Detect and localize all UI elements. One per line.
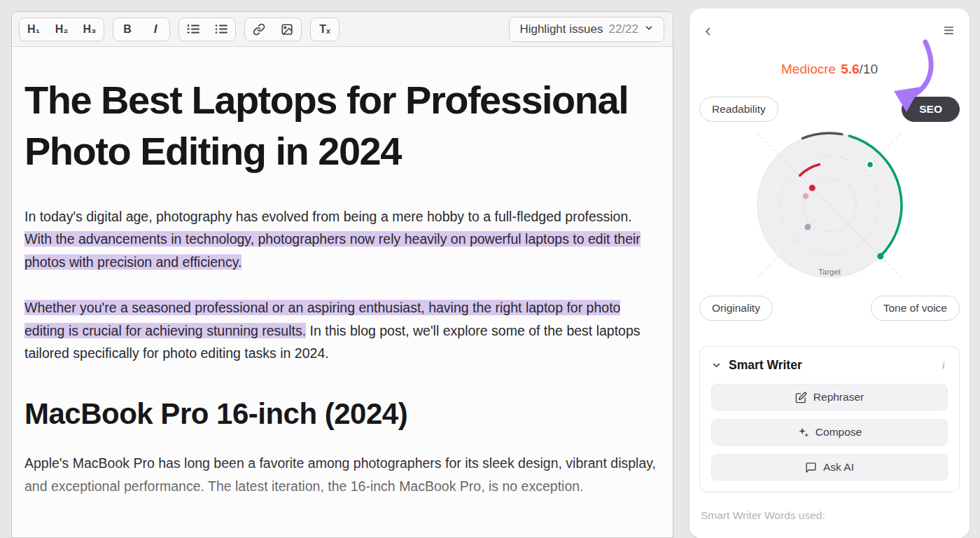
clear-formatting-button[interactable]: Tₓ [311,18,339,41]
link-button[interactable] [245,18,273,41]
ask-ai-label: Ask AI [823,461,854,474]
top-metric-pills: Readability SEO [690,97,969,122]
hamburger-menu-icon[interactable]: ≡ [944,21,954,39]
highlight-issues-label: Highlight issues [519,22,603,36]
document-body[interactable]: The Best Laptops for Professional Photo … [12,47,673,498]
overall-score: Mediocre5.6/10 [690,62,969,77]
link-icon [253,23,265,36]
edit-pencil-icon [795,392,807,404]
ask-ai-button[interactable]: Ask AI [711,454,948,481]
editor-toolbar: H₁ H₂ H₃ B I [12,12,673,47]
ordered-list-icon [187,24,200,34]
tone-score-dot [877,253,883,259]
paragraph-3: Apple's MacBook Pro has long been a favo… [24,452,657,498]
collapse-chevron-icon[interactable] [711,360,722,371]
paragraph-1: In today's digital age, photography has … [24,205,657,274]
h3-button[interactable]: H₃ [76,18,104,41]
ordered-list-button[interactable] [179,18,207,41]
rephraser-button[interactable]: Rephraser [711,384,948,411]
compose-button[interactable]: Compose [711,419,948,446]
document-heading-2: MacBook Pro 16-inch (2024) [24,397,657,431]
format-buttons-group: B I [113,18,170,41]
radar-gauge-chart: Target [742,126,917,294]
smart-writer-words-used: Smart Writer Words used: [701,509,958,522]
readability-score-dot [809,185,816,191]
bullet-list-icon [215,24,227,34]
score-rating-label: Mediocre [781,62,836,76]
seo-pill[interactable]: SEO [902,97,960,122]
smart-writer-title: Smart Writer [729,358,802,373]
heading-buttons-group: H₁ H₂ H₃ [19,18,104,41]
italic-button[interactable]: I [141,18,169,41]
tone-of-voice-pill[interactable]: Tone of voice [871,296,960,321]
paragraph-1-highlighted-text[interactable]: With the advancements in technology, pho… [24,231,640,270]
score-value: 5.6 [841,62,859,76]
gauge-target-label: Target [818,268,841,276]
panel-header: ‹ ≡ [690,8,969,41]
readability-score-dot-faded [803,193,808,199]
score-max: /10 [860,62,878,76]
rephraser-label: Rephraser [813,391,864,404]
smart-writer-buttons: Rephraser Compose [711,384,948,481]
sparkles-icon [797,427,809,439]
readability-pill[interactable]: Readability [699,97,778,122]
bold-button[interactable]: B [113,18,141,41]
smart-writer-card: Smart Writer i Rephraser [699,346,960,492]
score-gauge: Target [690,126,969,294]
chevron-down-icon [644,23,654,36]
highlight-issues-dropdown[interactable]: Highlight issues 22/22 [509,17,664,42]
text-editor: H₁ H₂ H₃ B I [11,11,673,538]
info-icon[interactable]: i [939,359,948,371]
insert-buttons-group [244,18,302,41]
smart-writer-header: Smart Writer i [711,358,948,373]
bullet-list-button[interactable] [207,18,235,41]
list-buttons-group [178,18,236,41]
back-chevron-icon[interactable]: ‹ [705,21,711,39]
bottom-metric-pills: Originality Tone of voice [690,296,969,321]
app-window: H₁ H₂ H₃ B I [0,0,980,538]
clear-format-group: Tₓ [310,18,340,41]
originality-pill[interactable]: Originality [699,296,773,321]
seo-assistant-panel: ‹ ≡ Mediocre5.6/10 Readability SEO [690,8,969,538]
h1-button[interactable]: H₁ [20,18,48,41]
compose-label: Compose [816,426,862,439]
chat-bubble-icon [805,462,817,474]
originality-score-dot [804,224,811,230]
highlight-issues-count: 22/22 [608,22,638,36]
h2-button[interactable]: H₂ [48,18,76,41]
image-button[interactable] [273,18,301,41]
paragraph-2: Whether you're a seasoned professional o… [24,296,657,365]
paragraph-1-text: In today's digital age, photography has … [24,209,632,224]
image-icon [281,23,293,36]
document-title: The Best Laptops for Professional Photo … [24,75,657,177]
seo-score-dot [867,161,874,168]
